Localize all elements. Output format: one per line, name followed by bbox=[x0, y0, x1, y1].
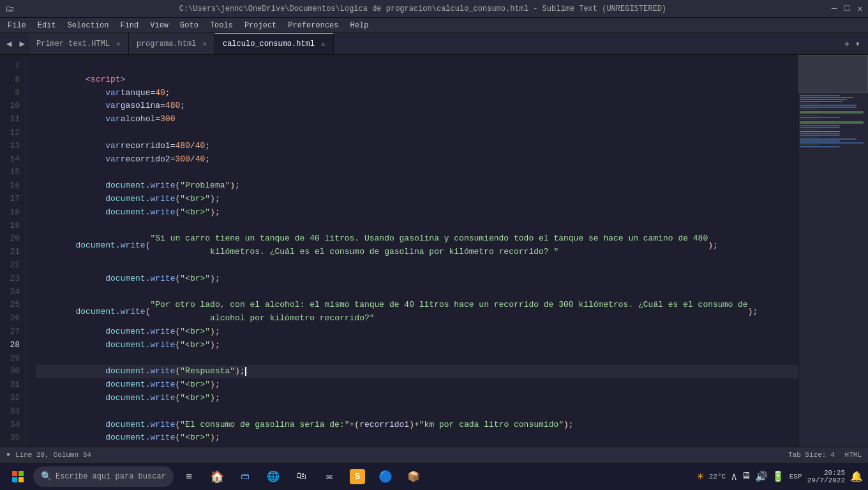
search-bar[interactable]: 🔍 Escribe aquí para buscar bbox=[33, 466, 174, 487]
tab-close-programa[interactable]: ✕ bbox=[202, 40, 207, 48]
menu-tools[interactable]: Tools bbox=[205, 20, 238, 31]
tab-calculo[interactable]: calculo_consumo.html ✕ bbox=[215, 33, 334, 54]
line-num-33: 33 bbox=[5, 405, 20, 419]
tab-nav-next[interactable]: ▶ bbox=[15, 33, 28, 54]
clock: 20:25 29/7/2022 bbox=[807, 469, 845, 484]
line-num-14: 14 bbox=[5, 153, 20, 167]
network-icon[interactable]: 🖥 bbox=[741, 470, 751, 482]
line-num-30: 30 bbox=[5, 365, 20, 378]
code-line-14: var recorrido2 = 300/40; bbox=[36, 153, 798, 167]
menu-goto[interactable]: Goto bbox=[175, 20, 204, 31]
code-line-34: document.write("Por otro lado, el consum… bbox=[36, 445, 798, 447]
tab-close-primer[interactable]: ✕ bbox=[116, 40, 121, 48]
text-cursor bbox=[245, 367, 246, 376]
notifications-icon[interactable]: 🔔 bbox=[850, 470, 863, 483]
code-line-20: document.write("Si un carro tiene un tan… bbox=[36, 232, 798, 259]
menu-find[interactable]: Find bbox=[115, 20, 144, 31]
code-line-7 bbox=[36, 60, 798, 73]
code-line-11: var alcohol = 300 bbox=[36, 113, 798, 126]
clock-time: 20:25 bbox=[807, 469, 845, 477]
code-line-10: var gasolina = 480; bbox=[36, 100, 798, 113]
line-num-21: 21 bbox=[5, 246, 20, 259]
title-text: C:\Users\jennc\OneDrive\Documentos\Logic… bbox=[14, 4, 832, 13]
tab-primer-text[interactable]: Primer text.HTML ✕ bbox=[29, 33, 129, 54]
line-num-8: 8 bbox=[5, 73, 20, 87]
ms-store-button[interactable]: 🛍 bbox=[288, 464, 314, 489]
edge-icon[interactable]: 🌐 bbox=[260, 464, 286, 489]
menu-preferences[interactable]: Preferences bbox=[283, 20, 343, 31]
line-num-32: 32 bbox=[5, 392, 20, 405]
code-editor[interactable]: <script> var tanque = 40; var gasolina =… bbox=[26, 55, 798, 447]
tray-arrow-icon[interactable]: ∧ bbox=[731, 470, 737, 483]
menu-selection[interactable]: Selection bbox=[63, 20, 114, 31]
code-line-23 bbox=[36, 286, 798, 299]
tab-add-icon[interactable]: ＋ bbox=[842, 38, 851, 50]
status-tab-size[interactable]: Tab Size: 4 bbox=[788, 451, 835, 459]
code-line-9: var tanque = 40; bbox=[36, 87, 798, 100]
task-view-button[interactable]: ⊞ bbox=[176, 464, 202, 489]
volume-icon[interactable]: 🔊 bbox=[755, 470, 768, 483]
code-line-29: document.write("<br>"); bbox=[36, 378, 798, 392]
line-num-12: 12 bbox=[5, 126, 20, 140]
code-line-13: var recorrido1 = 480/40; bbox=[36, 140, 798, 153]
line-num-20: 20 bbox=[5, 232, 20, 246]
store-icon[interactable]: 🗃 bbox=[232, 464, 258, 489]
system-tray: ∧ 🖥 🔊 🔋 bbox=[731, 470, 784, 483]
code-line-31 bbox=[36, 405, 798, 419]
svg-rect-2 bbox=[12, 477, 17, 482]
widgets-button[interactable]: 🏠 bbox=[204, 464, 230, 489]
code-line-8: <script> bbox=[36, 73, 798, 87]
minimize-button[interactable]: — bbox=[832, 3, 837, 14]
status-right: Tab Size: 4 HTML bbox=[788, 451, 862, 459]
status-bar: ● Line 28, Column 34 Tab Size: 4 HTML bbox=[0, 447, 868, 462]
kw-var-1: var bbox=[105, 87, 120, 100]
code-line-16: document.write("Problema"); bbox=[36, 179, 798, 193]
angle-close: > bbox=[121, 73, 126, 87]
status-left: ● Line 28, Column 34 bbox=[6, 451, 91, 459]
menu-view[interactable]: View bbox=[145, 20, 174, 31]
close-button[interactable]: ✕ bbox=[858, 3, 863, 14]
status-indicator: ● bbox=[6, 451, 10, 458]
minimap-viewport bbox=[798, 55, 868, 93]
language-indicator: ESP bbox=[789, 473, 802, 480]
line-num-17: 17 bbox=[5, 193, 20, 206]
menu-edit[interactable]: Edit bbox=[33, 20, 61, 31]
line-numbers: 7 8 9 10 11 12 13 14 15 16 17 18 19 20 2… bbox=[0, 55, 26, 447]
line-num-11: 11 bbox=[5, 113, 20, 126]
menu-help[interactable]: Help bbox=[345, 20, 374, 31]
sublime-taskbar-icon[interactable]: S bbox=[345, 464, 370, 489]
tab-nav-prev[interactable]: ◀ bbox=[3, 33, 15, 54]
svg-rect-0 bbox=[12, 471, 17, 476]
code-line-17: document.write("<br>"); bbox=[36, 193, 798, 206]
line-num-29: 29 bbox=[5, 352, 20, 366]
code-line-19 bbox=[36, 219, 798, 233]
line-num-7: 7 bbox=[5, 60, 20, 73]
code-line-18: document.write("<br>"); bbox=[36, 206, 798, 219]
chrome-icon[interactable]: 🔵 bbox=[373, 464, 398, 489]
window-controls: — □ ✕ bbox=[832, 3, 863, 14]
line-num-25: 25 bbox=[5, 299, 20, 312]
svg-rect-1 bbox=[19, 471, 24, 476]
mail-icon[interactable]: ✉ bbox=[317, 464, 342, 489]
start-button[interactable] bbox=[5, 464, 31, 489]
code-line-33: document.write("<br>"); bbox=[36, 431, 798, 445]
code-line-15 bbox=[36, 166, 798, 179]
tab-close-calculo[interactable]: ✕ bbox=[321, 40, 326, 48]
weather-temp: 22°C bbox=[709, 473, 726, 480]
line-num-27: 27 bbox=[5, 325, 20, 339]
title-bar: 🗂 C:\Users\jennc\OneDrive\Documentos\Log… bbox=[0, 0, 868, 18]
tab-programa[interactable]: programa.html ✕ bbox=[129, 33, 215, 54]
line-num-31: 31 bbox=[5, 378, 20, 392]
menu-project[interactable]: Project bbox=[239, 20, 281, 31]
amazon-icon[interactable]: 📦 bbox=[401, 464, 426, 489]
tab-right-controls: ＋ ▾ bbox=[842, 33, 865, 54]
line-num-19: 19 bbox=[5, 219, 20, 233]
weather-icon: ☀ bbox=[697, 470, 704, 484]
maximize-button[interactable]: □ bbox=[844, 3, 849, 14]
tab-menu-icon[interactable]: ▾ bbox=[855, 38, 860, 49]
status-syntax[interactable]: HTML bbox=[845, 451, 862, 459]
menu-file[interactable]: File bbox=[3, 20, 31, 31]
line-num-16: 16 bbox=[5, 179, 20, 193]
svg-rect-3 bbox=[19, 477, 24, 482]
battery-icon[interactable]: 🔋 bbox=[772, 470, 784, 483]
